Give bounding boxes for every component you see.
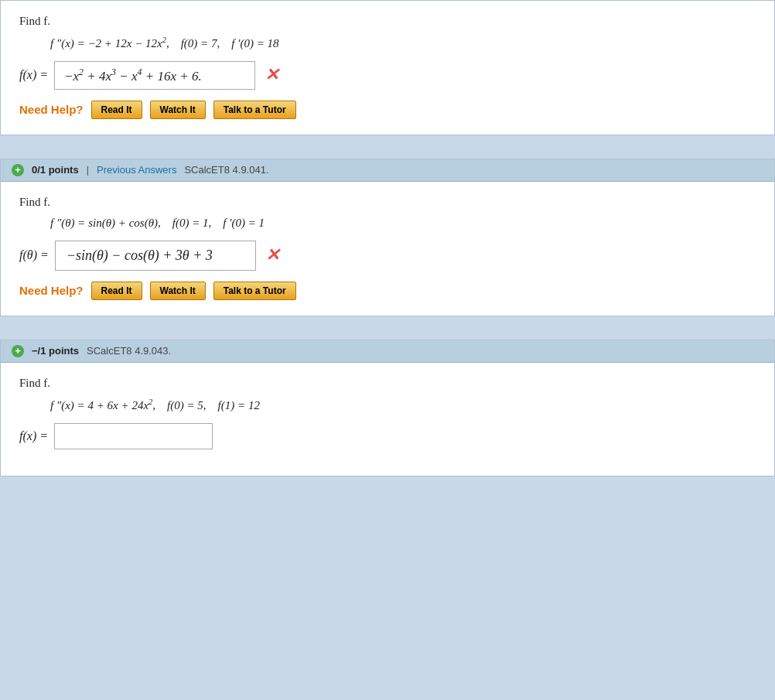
points-text-3: −/1 points [32, 345, 79, 357]
prev-answers-2: Previous Answers [97, 164, 176, 176]
problem-ref-3: SCalcET8 4.9.043. [87, 345, 171, 357]
answer-prefix-3: f(x) = [19, 429, 48, 443]
separator-2: | [87, 164, 89, 176]
wrong-mark-2: ✕ [265, 245, 279, 265]
points-text-2: 0/1 points [32, 164, 79, 176]
find-f-3: Find f. [19, 377, 756, 390]
answer-box-1: −x2 + 4x3 − x4 + 16x + 6. [54, 61, 255, 90]
problem-ref-2: SCalcET8 4.9.041. [184, 164, 268, 176]
problem-block-2: + 0/1 points | Previous Answers SCalcET8… [0, 159, 775, 316]
watch-it-btn-2[interactable]: Watch It [150, 282, 206, 300]
plus-icon-2: + [12, 164, 24, 176]
plus-icon-3: + [12, 345, 24, 357]
problem-body-3: Find f. f ″(x) = 4 + 6x + 24x2, f(0) = 5… [1, 363, 774, 476]
problem-body-1: Find f. f ″(x) = −2 + 12x − 12x2, f(0) =… [1, 1, 774, 135]
answer-row-2: f(θ) = −sin(θ) − cos(θ) + 3θ + 3 ✕ [19, 241, 756, 271]
watch-it-btn-1[interactable]: Watch It [150, 101, 206, 119]
spacer-1 [0, 151, 775, 159]
talk-to-tutor-btn-1[interactable]: Talk to a Tutor [213, 101, 296, 119]
read-it-btn-2[interactable]: Read It [91, 282, 142, 300]
talk-to-tutor-btn-2[interactable]: Talk to a Tutor [213, 282, 296, 300]
find-f-2: Find f. [19, 196, 756, 209]
wrong-mark-1: ✕ [265, 65, 278, 85]
problem-body-2: Find f. f ″(θ) = sin(θ) + cos(θ), f(0) =… [1, 182, 774, 316]
answer-input-3[interactable] [54, 423, 213, 449]
answer-box-2: −sin(θ) − cos(θ) + 3θ + 3 [55, 241, 256, 271]
find-f-1: Find f. [19, 15, 756, 28]
need-help-label-2: Need Help? [19, 284, 84, 297]
math-given-1: f ″(x) = −2 + 12x − 12x2, f(0) = 7, f ′(… [50, 36, 756, 50]
need-help-label-1: Need Help? [19, 103, 84, 116]
math-given-2: f ″(θ) = sin(θ) + cos(θ), f(0) = 1, f ′(… [50, 217, 756, 230]
need-help-row-2: Need Help? Read It Watch It Talk to a Tu… [19, 282, 756, 300]
problem-header-3: + −/1 points SCalcET8 4.9.043. [1, 340, 774, 363]
answer-prefix-2: f(θ) = [19, 248, 49, 262]
problem-block-1: Find f. f ″(x) = −2 + 12x − 12x2, f(0) =… [0, 0, 775, 135]
problem-header-2: + 0/1 points | Previous Answers SCalcET8… [1, 159, 774, 182]
page-wrapper: Find f. f ″(x) = −2 + 12x − 12x2, f(0) =… [0, 0, 775, 476]
answer-row-3: f(x) = [19, 423, 756, 449]
spacer-2 [0, 332, 775, 340]
need-help-row-1: Need Help? Read It Watch It Talk to a Tu… [19, 101, 756, 119]
math-given-3: f ″(x) = 4 + 6x + 24x2, f(0) = 5, f(1) =… [50, 398, 756, 412]
read-it-btn-1[interactable]: Read It [91, 101, 142, 119]
answer-prefix-1: f(x) = [19, 68, 48, 82]
problem-block-3: + −/1 points SCalcET8 4.9.043. Find f. f… [0, 340, 775, 476]
answer-row-1: f(x) = −x2 + 4x3 − x4 + 16x + 6. ✕ [19, 61, 756, 90]
